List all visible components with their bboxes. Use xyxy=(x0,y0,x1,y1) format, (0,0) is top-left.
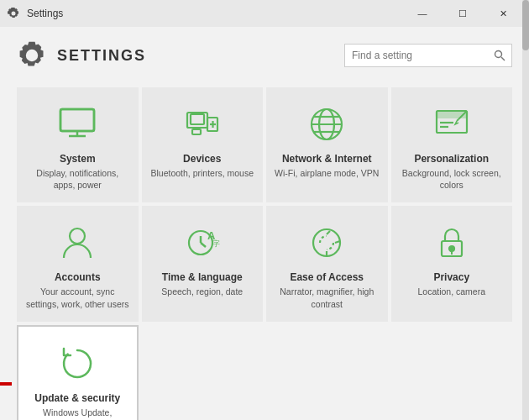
devices-desc: Bluetooth, printers, mouse xyxy=(150,167,254,179)
tiles-grid: System Display, notifications, apps, pow… xyxy=(0,79,529,420)
search-button[interactable] xyxy=(488,44,511,67)
settings-window: Settings — ☐ ✕ SETTINGS xyxy=(0,0,529,420)
tile-ease[interactable]: Ease of Access Narrator, magnifier, high… xyxy=(266,206,388,321)
svg-line-1 xyxy=(501,57,505,60)
update-title: Update & security xyxy=(34,392,120,404)
page-header: SETTINGS xyxy=(0,27,529,79)
window-icon xyxy=(7,7,20,20)
svg-line-26 xyxy=(201,243,206,247)
system-icon xyxy=(55,102,99,146)
privacy-desc: Location, camera xyxy=(417,286,485,297)
tile-time[interactable]: A 字 Time & language Speech, region, date xyxy=(142,206,264,321)
accounts-desc: Your account, sync settings, work, other… xyxy=(25,286,130,309)
tile-devices[interactable]: Devices Bluetooth, printers, mouse xyxy=(142,87,264,202)
svg-rect-8 xyxy=(192,129,201,134)
time-title: Time & language xyxy=(162,271,243,283)
network-desc: Wi-Fi, airplane mode, VPN xyxy=(275,167,379,179)
svg-rect-2 xyxy=(60,109,94,131)
privacy-title: Privacy xyxy=(433,271,469,283)
update-icon xyxy=(55,342,99,386)
svg-rect-7 xyxy=(191,114,204,124)
empty-cell-3 xyxy=(391,325,513,420)
empty-cell-1 xyxy=(142,325,264,420)
accounts-title: Accounts xyxy=(55,271,101,283)
scrollbar-thumb[interactable] xyxy=(522,27,529,50)
svg-rect-5 xyxy=(60,109,94,131)
svg-point-0 xyxy=(495,51,502,58)
tile-personalization[interactable]: Personalization Background, lock screen,… xyxy=(391,87,513,202)
minimize-button[interactable]: — xyxy=(403,0,442,27)
svg-line-30 xyxy=(327,231,330,234)
ease-icon xyxy=(305,221,348,265)
content-area: SETTINGS xyxy=(0,27,529,420)
tile-update[interactable]: Update & security Windows Update, recove… xyxy=(17,325,139,420)
personalization-desc: Background, lock screen, colors xyxy=(400,167,505,191)
window-controls: — ☐ ✕ xyxy=(403,0,522,27)
title-bar: Settings — ☐ ✕ xyxy=(0,0,529,27)
devices-icon xyxy=(181,102,224,146)
main-panel: SETTINGS xyxy=(0,27,529,420)
empty-cell-2 xyxy=(266,325,388,420)
tile-system[interactable]: System Display, notifications, apps, pow… xyxy=(17,87,139,202)
settings-gear-icon xyxy=(17,40,47,71)
scrollbar[interactable] xyxy=(522,27,529,420)
search-box xyxy=(344,44,512,67)
search-icon xyxy=(494,50,505,61)
accounts-icon xyxy=(55,221,99,265)
search-input[interactable] xyxy=(345,48,488,63)
svg-point-23 xyxy=(70,228,85,244)
tile-privacy[interactable]: Privacy Location, camera xyxy=(391,206,513,321)
personalization-title: Personalization xyxy=(414,153,489,165)
title-bar-left: Settings xyxy=(7,7,63,20)
system-desc: Display, notifications, apps, power xyxy=(25,167,130,191)
update-desc: Windows Update, recovery, backup xyxy=(27,407,128,420)
tile-network[interactable]: Network & Internet Wi-Fi, airplane mode,… xyxy=(266,87,388,202)
svg-point-34 xyxy=(449,246,454,251)
network-title: Network & Internet xyxy=(282,153,372,165)
page-title: SETTINGS xyxy=(57,47,146,65)
close-button[interactable]: ✕ xyxy=(484,0,522,27)
time-desc: Speech, region, date xyxy=(161,286,243,297)
red-arrow-icon xyxy=(0,374,14,394)
ease-desc: Narrator, magnifier, high contrast xyxy=(275,286,380,309)
privacy-icon xyxy=(430,221,474,265)
network-icon xyxy=(305,102,348,146)
devices-title: Devices xyxy=(183,153,221,165)
tile-accounts[interactable]: Accounts Your account, sync settings, wo… xyxy=(17,206,139,321)
system-title: System xyxy=(60,153,96,165)
ease-title: Ease of Access xyxy=(290,271,364,283)
personalization-icon xyxy=(430,102,474,146)
red-arrow-container xyxy=(0,374,14,394)
maximize-button[interactable]: ☐ xyxy=(443,0,482,27)
window-title: Settings xyxy=(27,8,63,19)
svg-text:字: 字 xyxy=(212,239,220,248)
time-icon: A 字 xyxy=(181,221,224,265)
svg-line-22 xyxy=(457,119,458,121)
